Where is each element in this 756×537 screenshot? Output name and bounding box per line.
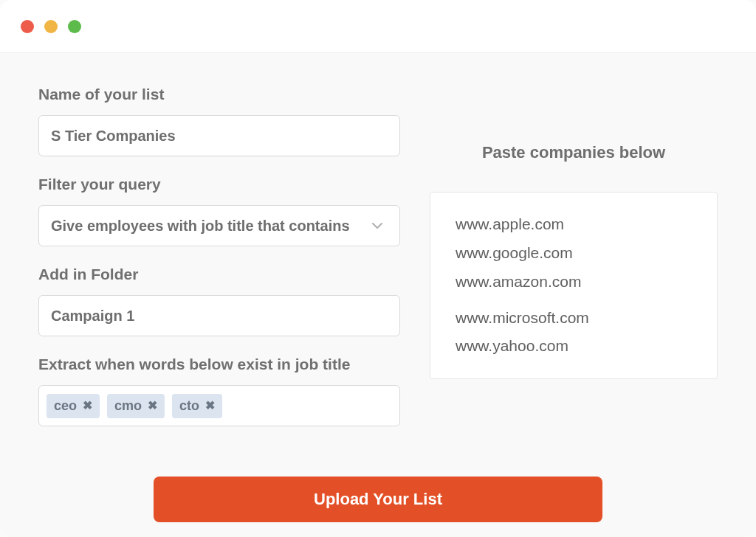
paste-companies-textarea[interactable]: www.apple.com www.google.com www.amazon.… [430, 192, 718, 379]
form-columns: Name of your list S Tier Companies Filte… [38, 86, 718, 477]
extract-label: Extract when words below exist in job ti… [38, 356, 400, 373]
content-area: Name of your list S Tier Companies Filte… [0, 53, 756, 537]
minimize-window-dot[interactable] [44, 20, 58, 33]
folder-group: Add in Folder Campaign 1 [38, 266, 400, 336]
remove-tag-icon[interactable]: ✖ [205, 400, 215, 412]
filter-select[interactable]: Give employees with job title that conta… [38, 205, 400, 246]
close-window-dot[interactable] [21, 20, 34, 33]
list-name-value: S Tier Companies [51, 128, 176, 145]
window-titlebar [0, 0, 756, 53]
remove-tag-icon[interactable]: ✖ [83, 400, 92, 412]
paste-line: www.apple.com [456, 210, 692, 239]
paste-line: www.microsoft.com [456, 304, 692, 333]
right-column: Paste companies below www.apple.com www.… [430, 86, 718, 477]
list-name-label: Name of your list [38, 86, 400, 103]
chevron-down-icon [371, 220, 383, 232]
tag-cto: cto ✖ [172, 394, 222, 418]
extract-group: Extract when words below exist in job ti… [38, 356, 400, 426]
tag-label: cmo [114, 398, 142, 414]
tag-cmo: cmo ✖ [107, 394, 165, 418]
folder-label: Add in Folder [38, 266, 400, 283]
filter-value: Give employees with job title that conta… [51, 218, 350, 235]
job-title-tag-input[interactable]: ceo ✖ cmo ✖ cto ✖ [38, 385, 400, 426]
remove-tag-icon[interactable]: ✖ [148, 400, 157, 412]
upload-button-row: Upload Your List [38, 477, 718, 522]
filter-label: Filter your query [38, 176, 400, 193]
tag-label: ceo [54, 398, 77, 414]
upload-list-button[interactable]: Upload Your List [154, 477, 602, 522]
list-name-input[interactable]: S Tier Companies [38, 115, 400, 156]
paste-line: www.yahoo.com [456, 332, 692, 361]
paste-line: www.google.com [456, 239, 692, 268]
folder-input[interactable]: Campaign 1 [38, 295, 400, 336]
filter-group: Filter your query Give employees with jo… [38, 176, 400, 246]
app-window: Name of your list S Tier Companies Filte… [0, 0, 756, 537]
paste-line: www.amazon.com [456, 268, 692, 297]
paste-companies-label: Paste companies below [482, 143, 665, 162]
tag-label: cto [179, 398, 199, 414]
tag-ceo: ceo ✖ [47, 394, 100, 418]
list-name-group: Name of your list S Tier Companies [38, 86, 400, 156]
folder-value: Campaign 1 [51, 308, 134, 325]
left-column: Name of your list S Tier Companies Filte… [38, 86, 400, 477]
maximize-window-dot[interactable] [68, 20, 81, 33]
